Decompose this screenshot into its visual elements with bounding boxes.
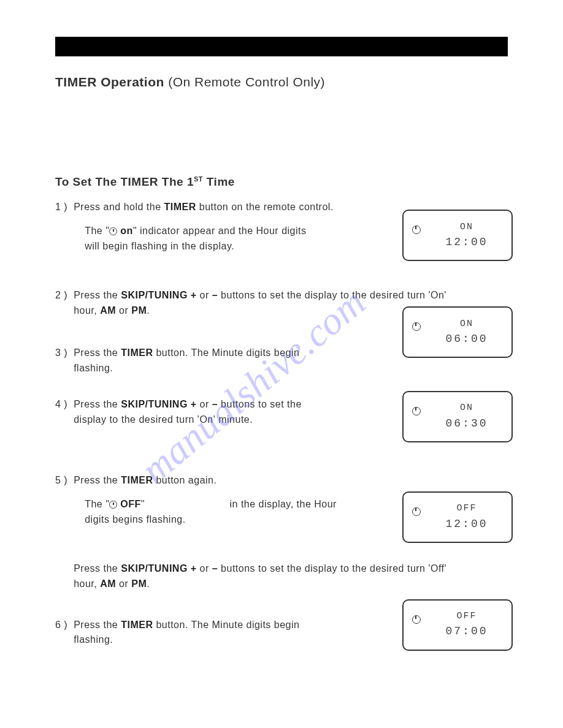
section-heading: To Set The TIMER The 1ST Time	[55, 175, 508, 189]
lcd-display: ON 12:00	[402, 210, 513, 261]
header-bar	[55, 37, 508, 56]
step-text: Press the SKIP/TUNING + or – buttons to …	[74, 561, 448, 592]
step-1: 1 ) Press and hold the TIMER button on t…	[55, 200, 508, 267]
step-subtext: The " OFF" in the display, the Hour digi…	[74, 497, 362, 528]
title-rest: (On Remote Control Only)	[164, 75, 325, 89]
step-2: 2 ) Press the SKIP/TUNING + or – buttons…	[55, 288, 508, 325]
lcd-display: OFF 12:00	[402, 491, 513, 543]
lcd-line1: ON	[460, 317, 473, 331]
step-text: Press the TIMER button again.	[74, 473, 508, 488]
clock-icon	[109, 501, 117, 509]
lcd-line1: OFF	[456, 609, 477, 623]
lcd-line1: OFF	[456, 501, 477, 515]
step-number: 3 )	[55, 346, 67, 376]
lcd-line1: ON	[460, 220, 473, 234]
page-title: TIMER Operation (On Remote Control Only)	[55, 75, 508, 89]
lcd-line1: ON	[460, 401, 473, 415]
steps-list: 1 ) Press and hold the TIMER button on t…	[55, 200, 508, 672]
step-text: Press the TIMER button. The Minute digit…	[74, 346, 307, 376]
lcd-line2: 06:30	[445, 415, 488, 433]
clock-icon	[109, 227, 117, 235]
step-6: 6 ) Press the TIMER button. The Minute d…	[55, 618, 508, 673]
step-3: 3 ) Press the TIMER button. The Minute d…	[55, 346, 508, 376]
step-number: 2 )	[55, 288, 67, 325]
lcd-line2: 12:00	[445, 234, 488, 251]
step-text: Press the TIMER button. The Minute digit…	[74, 618, 307, 648]
step-5-extra: 0 ) Press the SKIP/TUNING + or – buttons…	[55, 561, 508, 592]
step-number: 5 )	[55, 473, 67, 547]
step-number: 6 )	[55, 618, 67, 673]
lcd-display: ON 06:30	[402, 391, 513, 442]
step-text: Press the SKIP/TUNING + or – buttons to …	[74, 397, 307, 428]
lcd-line2: 07:00	[445, 623, 488, 640]
step-text: Press the SKIP/TUNING + or – buttons to …	[74, 288, 448, 319]
step-4: 4 ) Press the SKIP/TUNING + or – buttons…	[55, 397, 508, 452]
step-number: 1 )	[55, 200, 67, 267]
step-5: 5 ) Press the TIMER button again. The " …	[55, 473, 508, 547]
lcd-display: OFF 07:00	[402, 599, 513, 651]
lcd-line2: 12:00	[445, 516, 488, 533]
step-subtext: The " on" indicator appear and the Hour …	[74, 224, 307, 254]
title-bold: TIMER Operation	[55, 75, 164, 89]
step-number: 4 )	[55, 397, 67, 452]
